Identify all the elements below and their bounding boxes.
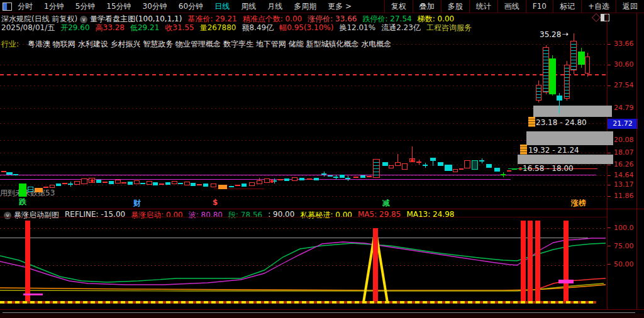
event-marker-跌: 跌 [19, 197, 26, 207]
candle [191, 183, 196, 186]
toolbar-period-5[interactable]: 60分钟 [173, 1, 209, 12]
candle [56, 184, 61, 186]
toolbar-period-9[interactable]: 多周期 [288, 1, 322, 12]
candle [578, 52, 585, 65]
candle-cross-wick [503, 172, 504, 177]
signal-bar [535, 221, 540, 303]
candle [242, 184, 247, 187]
pane-divider[interactable] [0, 209, 644, 209]
toolbar-right-buttons: 复权叠加多股统计画线F10标记+自选返回 [384, 0, 644, 13]
toolbar-period-7[interactable]: 周线 [235, 1, 262, 12]
candle [360, 175, 365, 178]
window-split-icon[interactable] [3, 3, 12, 11]
candle-doji [140, 183, 145, 184]
candle [445, 165, 452, 171]
signal-dot [270, 180, 274, 183]
signal-bar [564, 221, 569, 303]
right-border-line [636, 13, 637, 309]
sub-lines-svg [0, 217, 607, 310]
sub-axis-label: 100.0 [614, 224, 634, 232]
candle-doji [103, 182, 108, 183]
toolbar-period-1[interactable]: 1分钟 [38, 1, 70, 12]
gridline [0, 44, 607, 45]
axis-label: 11.86 [614, 192, 634, 200]
price-zone-bar [533, 106, 612, 117]
toolbar-period-0[interactable]: 分时 [12, 1, 38, 12]
candle [35, 188, 43, 192]
candle [165, 182, 170, 185]
sub-indicator-chart[interactable] [0, 217, 607, 310]
candle-doji [278, 179, 283, 180]
gridline [0, 108, 607, 109]
event-marker-财: 财 [133, 198, 141, 209]
gridline [0, 65, 607, 65]
signal-dot [91, 179, 94, 182]
candle [211, 184, 216, 187]
signal-bar [373, 228, 378, 303]
candle [585, 57, 590, 74]
candle [395, 162, 401, 166]
axis-label: 16.26 [614, 160, 634, 168]
candle-cross-wick [70, 182, 71, 187]
gridline [0, 185, 607, 185]
toolbar-period-10[interactable]: 更多 > [322, 1, 357, 12]
candle-doji [367, 176, 372, 177]
axis-label: 13.17 [614, 180, 634, 189]
candle-doji [307, 178, 312, 180]
toolbar-button-0[interactable]: 复权 [384, 0, 413, 13]
candle [128, 182, 133, 185]
signal-bar [521, 221, 526, 303]
trading-app-window: 分时1分钟5分钟15分钟30分钟60分钟日线周线月线多周期更多 > 复权叠加多股… [0, 0, 644, 318]
toolbar-button-8[interactable]: 返回 [616, 0, 644, 13]
gridline [0, 153, 607, 153]
sub-value-axis: 100.075.0050.00 [607, 217, 644, 309]
toolbar-button-2[interactable]: 多股 [441, 0, 469, 13]
axis-label: 33.66 [614, 40, 634, 48]
toolbar-period-3[interactable]: 15分钟 [101, 1, 136, 12]
candle [549, 58, 556, 94]
candle-cross-wick [324, 172, 325, 177]
main-candlestick-chart[interactable]: 用到未来数据5323.18 - 24.8019.32 - 21.2416.58 … [0, 13, 607, 209]
magenta-line [0, 179, 511, 180]
price-zone-label: 19.32 - 21.24 [528, 146, 579, 155]
candle-doji [43, 187, 48, 188]
candle [438, 162, 443, 166]
candle [557, 96, 562, 101]
horizontal-scrollbar[interactable] [3, 312, 635, 313]
signal-dot [411, 159, 414, 162]
candle [264, 178, 270, 183]
candle [284, 178, 289, 181]
candle-doji [353, 177, 358, 178]
candle [184, 182, 190, 185]
candle-doji [328, 175, 333, 177]
candle [543, 47, 549, 92]
candle-cross-wick [348, 176, 348, 181]
toolbar-period-4[interactable]: 30分钟 [137, 1, 173, 12]
magenta-line [0, 175, 596, 175]
candle-doji [13, 174, 18, 175]
candle [453, 169, 458, 172]
toolbar-period-8[interactable]: 月线 [262, 1, 288, 12]
toolbar-button-5[interactable]: F10 [526, 0, 553, 13]
toolbar-button-6[interactable]: 标记 [553, 0, 581, 13]
candle-doji [197, 184, 202, 185]
candle [472, 160, 478, 170]
candle-doji [1, 171, 6, 172]
candle [430, 158, 436, 161]
axis-label: 18.07 [614, 148, 634, 156]
toolbar-period-6[interactable]: 日线 [209, 1, 235, 12]
toolbar-period-2[interactable]: 5分钟 [70, 1, 101, 12]
candle-doji [62, 183, 67, 184]
gridline [0, 140, 607, 141]
toolbar-button-7[interactable]: +自选 [581, 0, 616, 13]
candle [218, 185, 227, 189]
candle-doji [159, 184, 164, 185]
gridline [0, 123, 607, 124]
price-zone-bar [526, 131, 613, 145]
gridline [0, 165, 607, 165]
signal-bar [25, 221, 30, 303]
toolbar-button-4[interactable]: 画线 [497, 0, 526, 13]
toolbar-button-1[interactable]: 叠加 [413, 0, 441, 13]
signal-bar [528, 221, 533, 303]
toolbar-button-3[interactable]: 统计 [469, 0, 497, 13]
